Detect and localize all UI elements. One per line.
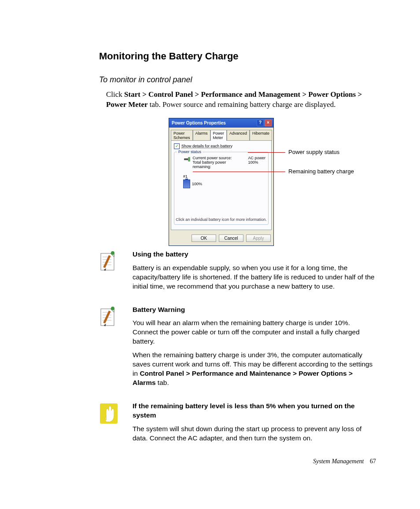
using-battery-body: Battery is an expendable supply, so when… bbox=[133, 264, 376, 291]
note-paper-icon bbox=[99, 306, 118, 328]
battery-icon[interactable] bbox=[183, 179, 190, 188]
current-source-value: AC power bbox=[248, 156, 265, 160]
tab-power-meter[interactable]: Power Meter bbox=[210, 130, 227, 141]
battery-warning-p2: When the remaining battery charge is und… bbox=[133, 351, 376, 388]
cancel-button[interactable]: Cancel bbox=[219, 234, 243, 242]
tab-advanced[interactable]: Advanced bbox=[227, 130, 250, 141]
svg-point-15 bbox=[111, 307, 114, 310]
intro-prefix: Click bbox=[106, 90, 124, 99]
intro-suffix: tab. Power source and remaining battery … bbox=[148, 100, 336, 109]
apply-button[interactable]: Apply bbox=[246, 234, 271, 242]
tab-hibernate[interactable]: Hibernate bbox=[250, 130, 272, 141]
tab-power-schemes[interactable]: Power Schemes bbox=[171, 130, 193, 141]
page: Monitoring the Battery Charge To monitor… bbox=[0, 0, 420, 509]
page-footer: System Management 67 bbox=[313, 458, 376, 465]
dialog-titlebar: Power Options Properties ? × bbox=[169, 118, 273, 128]
ok-button[interactable]: OK bbox=[192, 234, 216, 242]
battery-hint: Click an individual battery icon for mor… bbox=[174, 217, 268, 222]
caution-body: The system will shut down during the sta… bbox=[133, 425, 376, 443]
show-details-checkbox[interactable]: ✓ bbox=[174, 143, 180, 149]
footer-section: System Management bbox=[313, 458, 364, 465]
close-button-icon[interactable]: × bbox=[265, 120, 272, 126]
total-remaining-value: 100% bbox=[248, 160, 265, 169]
battery-warning-p1: You will hear an alarm when the remainin… bbox=[133, 319, 376, 346]
tab-strip: Power Schemes Alarms Power Meter Advance… bbox=[169, 128, 273, 140]
show-details-label: Show details for each battery bbox=[181, 144, 232, 148]
page-title: Monitoring the Battery Charge bbox=[99, 51, 376, 62]
total-remaining-label: Total battery power remaining: bbox=[193, 160, 244, 169]
battery-warning-p2b: tab. bbox=[156, 379, 169, 386]
battery-warning-title: Battery Warning bbox=[133, 306, 185, 313]
callout-power-supply: Power supply status bbox=[288, 149, 339, 155]
battery-percent: 100% bbox=[192, 182, 202, 186]
note-using-battery: Using the battery Battery is an expendab… bbox=[99, 250, 376, 296]
using-battery-title: Using the battery bbox=[133, 250, 188, 258]
groupbox-legend: Power status bbox=[177, 150, 203, 154]
current-source-label: Current power source: bbox=[193, 156, 244, 160]
callout-line-remaining bbox=[193, 172, 285, 172]
caution-hand-icon bbox=[99, 403, 118, 425]
tab-panel: ✓ Show details for each battery Power st… bbox=[171, 140, 272, 230]
ac-plug-icon bbox=[183, 156, 190, 162]
dialog-title: Power Options Properties bbox=[172, 121, 226, 125]
power-options-dialog: Power Options Properties ? × Power Schem… bbox=[169, 118, 274, 246]
help-button-icon[interactable]: ? bbox=[257, 120, 264, 126]
dialog-button-row: OK Cancel Apply bbox=[169, 232, 273, 245]
svg-point-6 bbox=[111, 251, 114, 255]
figure: Power Options Properties ? × Power Schem… bbox=[169, 118, 376, 238]
tab-alarms[interactable]: Alarms bbox=[193, 130, 210, 141]
note-caution: If the remaining battery level is less t… bbox=[99, 402, 376, 447]
power-status-group: Power status Current power source: AC po… bbox=[174, 152, 269, 225]
battery-number: #1 bbox=[183, 174, 265, 179]
intro-paragraph: Click Start > Control Panel > Performanc… bbox=[106, 90, 376, 110]
callout-line-power bbox=[248, 152, 285, 153]
caution-title: If the remaining battery level is less t… bbox=[133, 402, 355, 419]
callout-remaining-charge: Remaining battery charge bbox=[288, 168, 354, 175]
footer-page-number: 67 bbox=[370, 458, 376, 465]
note-paper-icon bbox=[99, 251, 118, 273]
section-subtitle: To monitor in control panel bbox=[99, 75, 376, 84]
note-battery-warning: Battery Warning You will hear an alarm w… bbox=[99, 305, 376, 392]
